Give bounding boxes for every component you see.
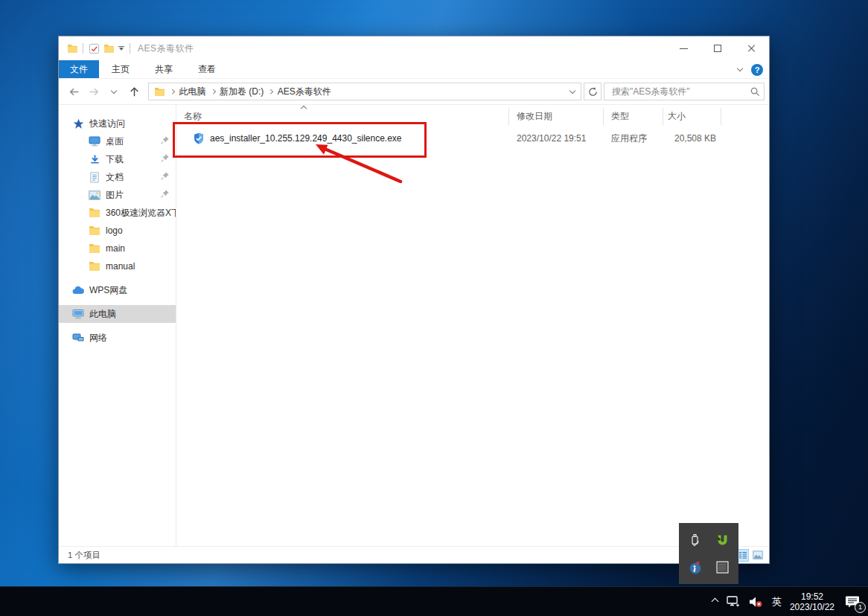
dropdown-line xyxy=(118,46,124,47)
ribbon-tab-bar: 文件 主页 共享 查看 ? xyxy=(59,60,769,79)
computer-icon xyxy=(72,308,84,320)
chevron-down-icon xyxy=(111,87,117,93)
usb-device-icon[interactable] xyxy=(687,532,703,548)
file-name-cell[interactable]: aes_installer_10.255.129.249_4430_silenc… xyxy=(176,132,509,144)
maximize-button[interactable] xyxy=(701,36,735,60)
sidebar-item-documents[interactable]: 文档 xyxy=(59,168,176,186)
sidebar-item-network[interactable]: 网络 xyxy=(59,329,176,347)
star-icon xyxy=(72,118,84,129)
item-count: 1 个项目 xyxy=(68,550,100,561)
tab-share[interactable]: 共享 xyxy=(142,60,185,78)
close-button[interactable] xyxy=(735,36,769,60)
sidebar-item-this-pc[interactable]: 此电脑 xyxy=(59,305,176,323)
search-box xyxy=(604,83,765,100)
folder-icon xyxy=(89,243,100,254)
title-bar: AES杀毒软件 xyxy=(59,36,769,60)
notification-badge: 1 xyxy=(855,602,866,613)
search-icon[interactable] xyxy=(750,86,761,97)
tab-home[interactable]: 主页 xyxy=(99,60,142,78)
search-input[interactable] xyxy=(610,86,750,97)
qat-new-folder-button[interactable] xyxy=(101,40,116,57)
green-app-tray-icon[interactable] xyxy=(714,532,730,548)
refresh-button[interactable] xyxy=(584,83,601,100)
folder-icon xyxy=(89,207,100,219)
breadcrumb-folder-icon xyxy=(153,86,165,97)
installer-shield-icon xyxy=(193,132,205,144)
tab-view[interactable]: 查看 xyxy=(185,60,229,78)
column-headers: 名称 修改日期 类型 大小 xyxy=(176,108,769,125)
document-icon xyxy=(89,171,100,183)
breadcrumb-chevron-icon xyxy=(170,89,174,94)
maximize-icon xyxy=(714,45,721,52)
breadcrumb-bar[interactable]: 此电脑 新加卷 (D:) AES杀毒软件 xyxy=(148,83,581,100)
clock-date: 2023/10/22 xyxy=(790,602,835,612)
show-hidden-icons-chevron[interactable] xyxy=(712,599,718,604)
back-button[interactable] xyxy=(65,83,83,100)
file-type-cell: 应用程序 xyxy=(604,132,663,145)
column-header-modified[interactable]: 修改日期 xyxy=(509,108,604,125)
sidebar-item-manual[interactable]: manual xyxy=(59,257,176,275)
minimize-button[interactable] xyxy=(666,36,701,60)
close-icon xyxy=(747,44,756,53)
chevron-down-icon xyxy=(569,87,575,93)
ribbon-expand-icon[interactable] xyxy=(737,65,743,71)
pin-icon xyxy=(160,153,170,164)
network-icon xyxy=(72,332,84,344)
ribbon-right-controls: ? xyxy=(738,60,763,79)
sidebar-item-360-browser-downloads[interactable]: 360极速浏览器X下载 xyxy=(59,204,176,222)
pin-icon xyxy=(160,135,170,146)
sidebar-item-main[interactable]: main xyxy=(59,240,176,257)
taskbar-clock[interactable]: 19:52 2023/10/22 xyxy=(790,591,835,612)
clock-time: 19:52 xyxy=(790,591,835,602)
info-sphere-tray-icon[interactable] xyxy=(687,559,703,576)
column-header-type[interactable]: 类型 xyxy=(604,108,663,125)
status-bar: 1 个项目 xyxy=(59,546,769,563)
breadcrumb-current-folder[interactable]: AES杀毒软件 xyxy=(278,86,331,98)
column-header-size[interactable]: 大小 xyxy=(663,108,721,125)
forward-button[interactable] xyxy=(85,83,103,100)
file-modified-cell: 2023/10/22 19:51 xyxy=(509,133,604,144)
taskbar: 英 19:52 2023/10/22 1 xyxy=(0,586,868,616)
network-tray-icon[interactable] xyxy=(726,595,740,608)
qat-properties-button[interactable] xyxy=(86,40,101,57)
sidebar-item-logo[interactable]: logo xyxy=(59,222,176,240)
cloud-icon xyxy=(72,284,84,296)
file-size-cell: 20,508 KB xyxy=(663,133,721,144)
download-icon xyxy=(89,153,100,165)
address-dropdown[interactable] xyxy=(570,91,576,93)
breadcrumb-drive-d[interactable]: 新加卷 (D:) xyxy=(220,86,264,98)
ime-language-indicator[interactable]: 英 xyxy=(772,595,782,609)
sidebar-item-quick-access[interactable]: 快速访问 xyxy=(59,115,176,132)
window-title: AES杀毒软件 xyxy=(138,42,194,55)
breadcrumb-this-pc[interactable]: 此电脑 xyxy=(179,86,206,98)
sidebar-item-downloads[interactable]: 下载 xyxy=(59,150,176,168)
explorer-window: AES杀毒软件 文件 主页 共享 查看 ? xyxy=(58,36,770,564)
minimize-icon xyxy=(680,48,688,49)
breadcrumb-chevron-icon xyxy=(211,89,215,94)
file-row[interactable]: aes_installer_10.255.129.249_4430_silenc… xyxy=(176,127,769,150)
tab-file[interactable]: 文件 xyxy=(59,60,99,78)
titlebar-separator xyxy=(130,43,130,54)
action-center-button[interactable]: 1 xyxy=(843,592,862,612)
desktop: AES杀毒软件 文件 主页 共享 查看 ? xyxy=(0,0,868,616)
sidebar-item-desktop[interactable]: 桌面 xyxy=(59,132,176,150)
recent-locations-dropdown[interactable] xyxy=(105,83,123,100)
navigation-pane: 快速访问 桌面 下载 文档 xyxy=(59,105,176,546)
sidebar-item-wps-cloud[interactable]: WPS网盘 xyxy=(59,281,176,299)
grid-app-tray-icon[interactable] xyxy=(714,559,730,576)
titlebar-separator xyxy=(83,43,83,54)
large-icons-view-button[interactable] xyxy=(751,549,764,562)
explorer-body: 快速访问 桌面 下载 文档 xyxy=(59,105,769,546)
pin-icon xyxy=(160,171,170,182)
help-icon[interactable]: ? xyxy=(751,64,763,76)
column-header-name[interactable]: 名称 xyxy=(176,108,509,125)
folder-icon xyxy=(89,225,100,237)
view-toggles xyxy=(736,549,764,562)
pictures-icon xyxy=(89,189,100,201)
pin-icon xyxy=(160,189,170,199)
qat-customize-dropdown[interactable] xyxy=(116,40,127,57)
dropdown-triangle-icon xyxy=(119,48,124,51)
volume-muted-icon[interactable] xyxy=(748,595,764,609)
sidebar-item-pictures[interactable]: 图片 xyxy=(59,186,176,204)
up-button[interactable] xyxy=(125,83,143,100)
